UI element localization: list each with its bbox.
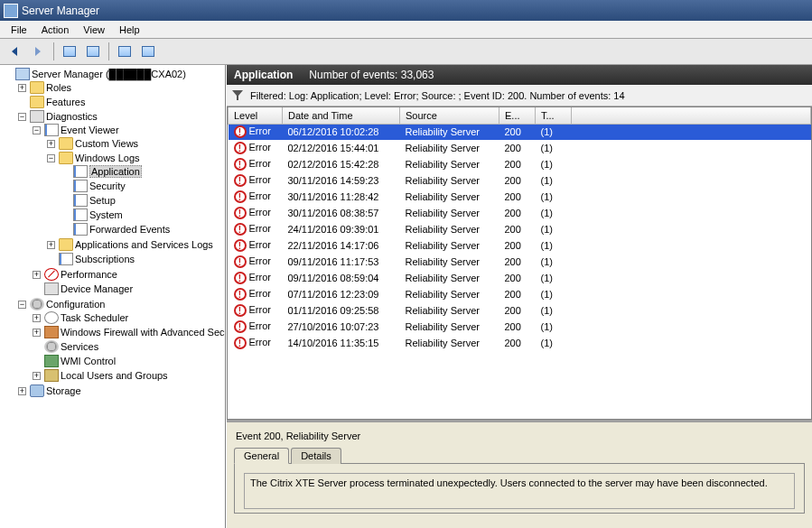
cell-date: 02/12/2016 15:42:28 (283, 156, 400, 172)
tree-expander[interactable]: − (33, 126, 41, 134)
tree-expander[interactable]: + (33, 314, 41, 322)
cell-level: !Error (229, 302, 283, 319)
tree-roles[interactable]: +Roles (16, 81, 225, 94)
tree-wmi[interactable]: WMI Control (31, 355, 225, 367)
tree-expander[interactable]: + (33, 329, 41, 337)
tree-expander[interactable]: + (18, 84, 26, 92)
tree-configuration[interactable]: −Configuration (16, 298, 225, 310)
tree-task-scheduler[interactable]: +Task Scheduler (31, 311, 225, 324)
table-row[interactable]: !Error09/11/2016 08:59:04Reliability Ser… (229, 270, 811, 286)
tree-setup[interactable]: Setup (60, 194, 225, 207)
event-list[interactable]: Level Date and Time Source E... T... !Er… (227, 107, 812, 420)
table-row[interactable]: !Error30/11/2016 11:28:42Reliability Ser… (229, 189, 811, 205)
tree-expander[interactable]: − (18, 301, 26, 309)
tree-device-manager[interactable]: Device Manager (31, 283, 225, 295)
cell-level: !Error (229, 237, 283, 254)
col-source[interactable]: Source (400, 107, 499, 124)
tree-root[interactable]: Server Manager (██████CXA02) (2, 68, 225, 80)
tree-subscriptions[interactable]: Subscriptions (45, 253, 225, 265)
tree-app-svc-logs[interactable]: +Applications and Services Logs (45, 238, 225, 251)
cell-source: Reliability Server (400, 254, 499, 270)
tree-security[interactable]: Security (60, 180, 225, 192)
table-row[interactable]: !Error07/11/2016 12:23:09Reliability Ser… (229, 286, 811, 302)
tree-local-users[interactable]: +Local Users and Groups (31, 369, 225, 382)
nav-tree[interactable]: Server Manager (██████CXA02) +Roles Feat… (0, 65, 226, 528)
cell-eventid: 200 (499, 172, 536, 189)
tree-expander[interactable]: + (18, 387, 26, 395)
content-event-count: Number of events: 33,063 (309, 69, 434, 81)
error-icon: ! (234, 190, 247, 203)
cell-source: Reliability Server (400, 237, 499, 254)
cell-eventid: 200 (499, 205, 536, 221)
toolbar-btn-3[interactable] (114, 42, 135, 61)
cell-task: (1) (536, 335, 572, 351)
tree-label: Custom Views (75, 138, 138, 149)
tree-expander[interactable]: + (33, 271, 41, 279)
table-row[interactable]: !Error02/12/2016 15:42:28Reliability Ser… (229, 156, 811, 172)
tree-application[interactable]: Application (60, 165, 225, 178)
table-row[interactable]: !Error01/11/2016 09:25:58Reliability Ser… (229, 302, 811, 319)
tree-features[interactable]: Features (16, 96, 225, 108)
error-icon: ! (234, 255, 247, 268)
menu-help[interactable]: Help (112, 23, 147, 37)
cell-date: 06/12/2016 10:02:28 (283, 124, 400, 140)
table-row[interactable]: !Error09/11/2016 11:17:53Reliability Ser… (229, 254, 811, 270)
tree-label: Windows Firewall with Advanced Secu (61, 327, 226, 338)
tree-label: Applications and Services Logs (75, 239, 213, 250)
tree-event-viewer[interactable]: −Event Viewer (31, 124, 225, 136)
tree-expander[interactable]: + (33, 372, 41, 380)
tree-custom-views[interactable]: +Custom Views (45, 137, 225, 150)
tree-firewall[interactable]: +Windows Firewall with Advanced Secu (31, 326, 225, 338)
table-row[interactable]: !Error06/12/2016 10:02:28Reliability Ser… (229, 124, 811, 140)
tab-details[interactable]: Details (291, 448, 341, 464)
col-level[interactable]: Level (229, 107, 283, 124)
tree-expander[interactable]: − (47, 154, 55, 162)
tab-general[interactable]: General (234, 448, 289, 464)
error-icon: ! (234, 158, 247, 171)
error-icon: ! (234, 288, 247, 301)
table-row[interactable]: !Error14/10/2016 11:35:15Reliability Ser… (229, 335, 811, 351)
toolbar-btn-2[interactable] (82, 42, 104, 61)
cell-eventid: 200 (499, 286, 536, 302)
cell-date: 22/11/2016 14:17:06 (283, 237, 400, 254)
cell-source: Reliability Server (400, 156, 499, 172)
menu-view[interactable]: View (76, 23, 112, 37)
menu-action[interactable]: Action (34, 23, 77, 37)
tree-performance[interactable]: +Performance (31, 268, 225, 281)
toolbar-btn-4[interactable] (137, 42, 159, 61)
nav-forward-button[interactable] (27, 42, 49, 61)
subscriptions-icon (59, 253, 73, 265)
content-title: Application (234, 69, 293, 81)
cell-date: 24/11/2016 09:39:01 (283, 221, 400, 237)
toolbar-btn-1[interactable] (59, 42, 80, 61)
cell-date: 01/11/2016 09:25:58 (283, 302, 400, 319)
col-task[interactable]: T... (536, 107, 572, 124)
folder-icon (30, 96, 44, 108)
filter-text: Filtered: Log: Application; Level: Error… (250, 90, 625, 101)
table-row[interactable]: !Error30/11/2016 14:59:23Reliability Ser… (229, 172, 811, 189)
tree-services[interactable]: Services (31, 340, 225, 353)
tree-expander[interactable]: + (47, 140, 55, 148)
col-eventid[interactable]: E... (499, 107, 536, 124)
table-row[interactable]: !Error30/11/2016 08:38:57Reliability Ser… (229, 205, 811, 221)
table-row[interactable]: !Error27/10/2016 10:07:23Reliability Ser… (229, 319, 811, 335)
table-row[interactable]: !Error22/11/2016 14:17:06Reliability Ser… (229, 237, 811, 254)
tree-system[interactable]: System (60, 208, 225, 221)
menu-file[interactable]: File (4, 23, 34, 37)
nav-back-button[interactable] (4, 42, 25, 61)
table-row[interactable]: !Error24/11/2016 09:39:01Reliability Ser… (229, 221, 811, 237)
filter-icon (232, 90, 243, 101)
tree-label: WMI Control (61, 356, 116, 366)
col-date[interactable]: Date and Time (283, 107, 400, 124)
tree-diagnostics[interactable]: −Diagnostics (16, 110, 225, 123)
tree-windows-logs[interactable]: −Windows Logs (45, 152, 225, 164)
tree-storage[interactable]: +Storage (16, 384, 225, 397)
tree-expander[interactable]: + (47, 241, 55, 249)
tree-expander[interactable]: − (18, 113, 26, 121)
cell-eventid: 200 (499, 156, 536, 172)
table-row[interactable]: !Error02/12/2016 15:44:01Reliability Ser… (229, 140, 811, 156)
cell-task: (1) (536, 205, 572, 221)
tree-forwarded[interactable]: Forwarded Events (60, 223, 225, 236)
cell-level: !Error (229, 156, 283, 172)
tree-label: Task Scheduler (61, 312, 128, 323)
